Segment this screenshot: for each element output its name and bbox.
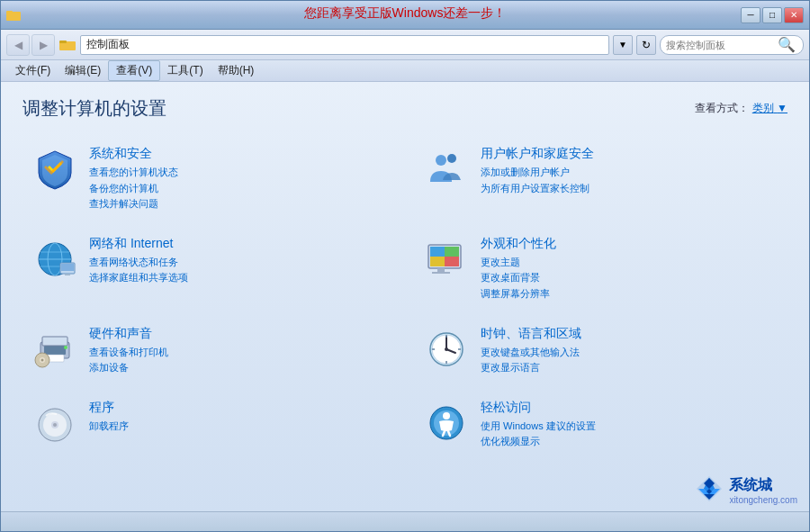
control-panel-grid: 系统和安全 查看您的计算机状态 备份您的计算机 查找并解决问题 — [22, 139, 788, 457]
svg-point-31 — [41, 358, 44, 361]
hardware-icon — [32, 326, 78, 373]
page-header: 调整计算机的设置 查看方式： 类别 ▼ — [22, 96, 788, 121]
svg-point-7 — [447, 154, 456, 163]
accessibility-text: 轻松访问 使用 Windows 建议的设置 优化视频显示 — [481, 400, 778, 450]
user-accounts-link-1[interactable]: 为所有用户设置家长控制 — [481, 181, 778, 197]
svg-rect-19 — [445, 247, 459, 257]
addr-folder-icon — [58, 36, 76, 54]
section-network: 网络和 Internet 查看网络状态和任务 选择家庭组和共享选项 — [32, 229, 387, 310]
search-icon: 🔍 — [778, 36, 796, 53]
section-user-accounts: 用户帐户和家庭安全 添加或删除用户帐户 为所有用户设置家长控制 — [423, 139, 778, 220]
section-system-security: 系统和安全 查看您的计算机状态 备份您的计算机 查找并解决问题 — [32, 139, 387, 220]
svg-rect-3 — [59, 41, 67, 43]
network-link-1[interactable]: 选择家庭组和共享选项 — [89, 270, 387, 286]
address-dropdown-button[interactable]: ▼ — [613, 35, 633, 55]
back-button[interactable]: ◀ — [6, 34, 30, 56]
nav-buttons: ◀ ▶ — [6, 34, 55, 56]
menu-help[interactable]: 帮助(H) — [211, 61, 262, 80]
user-accounts-text: 用户帐户和家庭安全 添加或删除用户帐户 为所有用户设置家长控制 — [481, 146, 778, 196]
network-title[interactable]: 网络和 Internet — [89, 236, 387, 252]
menu-file[interactable]: 文件(F) — [8, 61, 58, 80]
svg-rect-20 — [430, 257, 445, 266]
accessibility-link-0[interactable]: 使用 Windows 建议的设置 — [481, 419, 778, 435]
system-security-link-1[interactable]: 备份您的计算机 — [89, 181, 387, 197]
appearance-icon — [423, 236, 470, 283]
section-clock: 时钟、语言和区域 更改键盘或其他输入法 更改显示语言 — [423, 319, 778, 383]
accessibility-title[interactable]: 轻松访问 — [481, 400, 778, 416]
accessibility-link-1[interactable]: 优化视频显示 — [481, 434, 778, 450]
clock-text: 时钟、语言和区域 更改键盘或其他输入法 更改显示语言 — [481, 326, 778, 376]
clock-title[interactable]: 时钟、语言和区域 — [481, 326, 778, 342]
address-path-text: 控制面板 — [86, 37, 130, 52]
svg-rect-18 — [430, 247, 445, 257]
hardware-link-1[interactable]: 添加设备 — [89, 360, 387, 376]
svg-rect-22 — [437, 268, 445, 272]
svg-point-47 — [443, 412, 450, 419]
address-bar: ◀ ▶ 控制面板 ▼ ↻ 🔍 — [1, 30, 809, 60]
watermark-site-url: xitongcheng.com — [729, 495, 797, 505]
hardware-link-0[interactable]: 查看设备和打印机 — [89, 345, 387, 361]
svg-rect-1 — [6, 11, 13, 14]
user-accounts-link-0[interactable]: 添加或删除用户帐户 — [481, 165, 778, 181]
close-button[interactable]: ✕ — [784, 7, 804, 23]
hardware-text: 硬件和声音 查看设备和打印机 添加设备 — [89, 326, 387, 376]
system-security-link-0[interactable]: 查看您的计算机状态 — [89, 165, 387, 181]
programs-link-0[interactable]: 卸载程序 — [89, 419, 387, 435]
menu-tools[interactable]: 工具(T) — [160, 61, 210, 80]
section-accessibility: 轻松访问 使用 Windows 建议的设置 优化视频显示 — [423, 392, 778, 457]
watermark-text-block: 系统城 xitongcheng.com — [729, 476, 797, 505]
title-bar: ─ □ ✕ — [1, 1, 809, 30]
programs-title[interactable]: 程序 — [89, 400, 387, 416]
title-bar-left — [6, 8, 21, 23]
view-mode-value[interactable]: 类别 ▼ — [752, 101, 788, 116]
menu-bar: 文件(F) 编辑(E) 查看(V) 工具(T) 帮助(H) — [1, 60, 809, 82]
bottom-watermark: 系统城 xitongcheng.com — [695, 474, 797, 507]
system-security-icon — [32, 146, 78, 193]
system-security-title[interactable]: 系统和安全 — [89, 146, 387, 162]
window-controls: ─ □ ✕ — [741, 7, 804, 23]
svg-rect-23 — [432, 272, 450, 274]
hardware-title[interactable]: 硬件和声音 — [89, 326, 387, 342]
content-area: 调整计算机的设置 查看方式： 类别 ▼ — [1, 82, 809, 511]
svg-point-6 — [436, 155, 446, 166]
appearance-link-2[interactable]: 调整屏幕分辨率 — [481, 286, 778, 302]
svg-rect-15 — [65, 274, 70, 275]
appearance-title[interactable]: 外观和个性化 — [481, 236, 778, 252]
watermark-site-name: 系统城 — [729, 476, 797, 495]
minimize-button[interactable]: ─ — [741, 7, 760, 23]
menu-edit[interactable]: 编辑(E) — [58, 61, 108, 80]
appearance-text: 外观和个性化 更改主题 更改桌面背景 调整屏幕分辨率 — [481, 236, 778, 302]
user-accounts-title[interactable]: 用户帐户和家庭安全 — [481, 146, 778, 162]
clock-link-0[interactable]: 更改键盘或其他输入法 — [481, 345, 778, 361]
svg-rect-25 — [44, 346, 66, 355]
user-accounts-icon — [423, 146, 470, 193]
view-mode-label: 查看方式： — [695, 101, 749, 116]
maximize-button[interactable]: □ — [762, 7, 782, 23]
network-text: 网络和 Internet 查看网络状态和任务 选择家庭组和共享选项 — [89, 236, 387, 286]
main-window: ─ □ ✕ ◀ ▶ 控制面板 ▼ ↻ — [0, 0, 810, 532]
addr-folder-svg — [59, 38, 76, 52]
search-box: 🔍 — [660, 35, 804, 55]
clock-icon — [423, 326, 470, 373]
search-input[interactable] — [666, 40, 774, 50]
svg-point-28 — [64, 346, 68, 349]
accessibility-icon — [423, 400, 470, 446]
network-link-0[interactable]: 查看网络状态和任务 — [89, 255, 387, 271]
system-security-text: 系统和安全 查看您的计算机状态 备份您的计算机 查找并解决问题 — [89, 146, 387, 212]
folder-icon — [6, 8, 21, 23]
system-security-link-2[interactable]: 查找并解决问题 — [89, 196, 387, 212]
section-programs: 程序 卸载程序 — [32, 392, 387, 457]
section-appearance: 外观和个性化 更改主题 更改桌面背景 调整屏幕分辨率 — [423, 229, 778, 310]
svg-rect-14 — [61, 264, 74, 271]
programs-text: 程序 卸载程序 — [89, 400, 387, 435]
appearance-link-0[interactable]: 更改主题 — [481, 255, 778, 271]
svg-rect-26 — [42, 337, 68, 346]
svg-point-44 — [53, 423, 57, 427]
forward-button[interactable]: ▶ — [32, 34, 55, 56]
clock-link-1[interactable]: 更改显示语言 — [481, 360, 778, 376]
refresh-button[interactable]: ↻ — [636, 35, 656, 55]
svg-rect-21 — [445, 257, 459, 266]
menu-view[interactable]: 查看(V) — [108, 60, 160, 81]
appearance-link-1[interactable]: 更改桌面背景 — [481, 270, 778, 286]
address-path-box[interactable]: 控制面板 — [80, 35, 609, 55]
